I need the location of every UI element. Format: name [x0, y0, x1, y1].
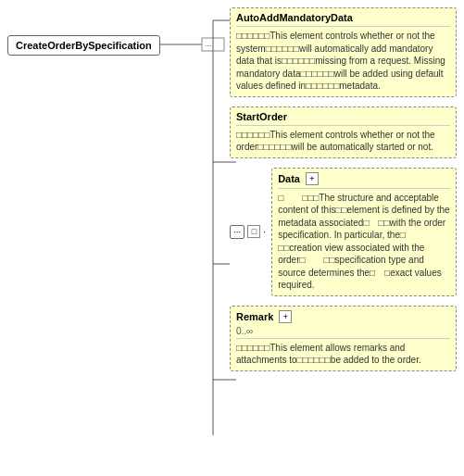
start-order-desc: □□□□□□This element controls whether or n…: [236, 125, 450, 154]
auto-add-name: AutoAddMandatoryData: [236, 12, 353, 23]
start-order-box: StartOrder □□□□□□This element controls w…: [230, 106, 457, 158]
data-connector-badge: ···: [230, 225, 245, 239]
data-name: Data: [278, 173, 300, 184]
remark-header: Remark +: [236, 310, 450, 323]
start-order-header: StartOrder: [236, 111, 450, 122]
data-desc: □ □□□The structure and acceptable conten…: [278, 188, 450, 292]
data-header: Data +: [278, 172, 450, 185]
remark-desc: □□□□□□This element allows remarks and at…: [236, 338, 450, 367]
remark-box: Remark + 0..∞ □□□□□□This element allows …: [230, 306, 457, 371]
create-order-node: CreateOrderBySpecification: [7, 35, 160, 56]
start-order-name: StartOrder: [236, 111, 287, 122]
auto-add-header: AutoAddMandatoryData: [236, 12, 450, 23]
auto-add-block: AutoAddMandatoryData □□□□□□This element …: [230, 7, 457, 97]
right-panel: AutoAddMandatoryData □□□□□□This element …: [230, 4, 457, 379]
data-arrow: ·: [263, 227, 266, 237]
data-expand-icon[interactable]: +: [306, 172, 319, 185]
auto-add-desc: □□□□□□This element controls whether or n…: [236, 26, 450, 93]
diagram-container: ··· CreateOrderBySpecification AutoAddMa…: [0, 0, 464, 476]
auto-add-box: AutoAddMandatoryData □□□□□□This element …: [230, 7, 457, 97]
data-block: ··· □ · Data + □ □□□The structure and ac…: [230, 168, 457, 296]
remark-occurrence: 0..∞: [236, 326, 450, 336]
data-row: ··· □ · Data + □ □□□The structure and ac…: [230, 168, 457, 296]
data-box-icon: □: [247, 225, 260, 238]
data-box: Data + □ □□□The structure and acceptable…: [271, 168, 457, 296]
start-order-block: StartOrder □□□□□□This element controls w…: [230, 106, 457, 158]
svg-rect-1: [202, 38, 224, 51]
svg-text:···: ···: [205, 41, 212, 50]
remark-expand-icon[interactable]: +: [279, 310, 292, 323]
data-connectors: ··· □ ·: [230, 225, 268, 239]
remark-name: Remark: [236, 311, 273, 322]
remark-block: Remark + 0..∞ □□□□□□This element allows …: [230, 306, 457, 371]
